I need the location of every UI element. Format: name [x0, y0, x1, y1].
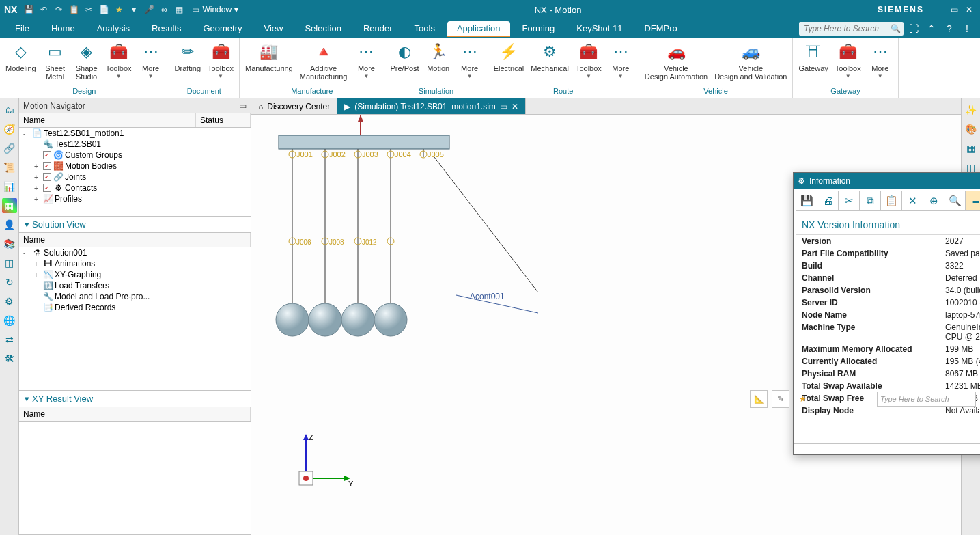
chart-icon[interactable]: 📊 [2, 179, 17, 194]
menu-results[interactable]: Results [142, 21, 191, 37]
delete-icon[interactable]: ✕ [901, 191, 923, 211]
ribbon-gateway[interactable]: ⛩Gateway [796, 40, 830, 74]
navigator-tree[interactable]: -📄Test12.SB01_motion1🔩Test12.SB01✓🌀Custo… [19, 128, 251, 217]
print-icon[interactable]: 🖨 [817, 191, 839, 211]
minimize-button[interactable]: — [932, 3, 946, 16]
ribbon-electrical[interactable]: ⚡Electrical [491, 40, 527, 74]
tree-item[interactable]: 🔩Test12.SB01 [19, 139, 251, 150]
floating-search[interactable]: Type Here to Search [877, 392, 976, 407]
palette-icon[interactable]: ▦ [2, 198, 17, 213]
info-titlebar[interactable]: ⚙ Information ? — ▭ ✕ [794, 173, 980, 189]
edit-icon[interactable]: ✎ [772, 390, 789, 408]
ribbon-drafting[interactable]: ✏Drafting [172, 40, 204, 74]
star-icon[interactable]: ★ [794, 390, 811, 408]
link-icon[interactable]: ∞ [158, 3, 170, 16]
tab-pin-icon[interactable]: ▭ [500, 102, 507, 111]
menu-selection[interactable]: Selection [295, 21, 350, 37]
col-name[interactable]: Name [19, 113, 196, 127]
close-button[interactable]: ✕ [962, 3, 976, 16]
navigator-icon[interactable]: 🗂 [2, 102, 17, 118]
gear-icon[interactable]: ⚙ [2, 294, 17, 309]
cut-icon[interactable]: ✂ [83, 3, 95, 16]
tree-item[interactable]: +✓🔗Joints [19, 172, 251, 182]
ribbon-vehicle-design-and-validation[interactable]: 🚙Vehicle Design and Validation [712, 40, 789, 82]
document-tab[interactable]: ▶(Simulation) Test12.SB01_motion1.sim▭✕ [337, 98, 526, 114]
view-triad[interactable]: Z Y [292, 430, 354, 494]
ribbon-sheet-metal[interactable]: ▭Sheet Metal [40, 40, 70, 82]
constraint-icon[interactable]: 🔗 [2, 141, 17, 156]
find-icon[interactable]: 🔍 [944, 191, 966, 211]
checkbox[interactable]: ✓ [43, 184, 51, 192]
expand-icon[interactable]: + [34, 163, 41, 170]
col-name[interactable]: Name [19, 233, 251, 247]
ribbon-motion[interactable]: 🏃Motion [423, 40, 453, 74]
cut-icon[interactable]: ✂ [838, 191, 860, 211]
menu-keyshot-11[interactable]: KeyShot 11 [567, 21, 632, 37]
ribbon-pre-post[interactable]: ◐Pre/Post [387, 40, 421, 74]
tab-close-icon[interactable]: ✕ [512, 102, 518, 111]
layout-icon[interactable]: ▦ [173, 3, 185, 16]
wand-icon[interactable]: ✨ [964, 102, 979, 118]
expand-icon[interactable]: + [34, 184, 41, 192]
expand-icon[interactable]: + [34, 260, 41, 268]
alert-icon[interactable]: ! [960, 23, 975, 34]
ribbon-more[interactable]: ⋯More▼ [455, 40, 485, 81]
expand-icon[interactable]: - [23, 249, 30, 257]
solution-tree[interactable]: -⚗Solution001+🎞Animations+📉XY-Graphing🔃L… [19, 247, 251, 391]
command-search[interactable]: 🔍 [799, 22, 904, 36]
ribbon-toolbox[interactable]: 🧰Toolbox▼ [103, 40, 135, 81]
checkbox[interactable]: ✓ [43, 151, 51, 159]
command-search-input[interactable] [802, 22, 891, 36]
swap-icon[interactable]: ⇄ [2, 332, 17, 347]
menu-file[interactable]: File [5, 21, 39, 37]
expand-icon[interactable]: + [34, 271, 41, 279]
globe-icon[interactable]: 🌐 [2, 313, 17, 328]
expand-icon[interactable]: - [23, 130, 30, 137]
checkbox[interactable]: ✓ [43, 162, 51, 170]
info-body[interactable]: NX Version Information — Version2027Part… [794, 212, 980, 443]
grid-icon[interactable]: ▦ [964, 141, 979, 156]
dropdown-icon[interactable]: ▾ [128, 3, 140, 16]
role-icon[interactable]: 👤 [2, 217, 17, 232]
save-icon[interactable]: 💾 [23, 3, 35, 16]
restore-button[interactable]: ▭ [947, 3, 961, 16]
layer-icon[interactable]: 📚 [2, 236, 17, 251]
menu-analysis[interactable]: Analysis [87, 21, 139, 37]
target-icon[interactable]: ⊕ [923, 191, 944, 211]
ribbon-toolbox[interactable]: 🧰Toolbox▼ [573, 40, 604, 81]
menu-forming[interactable]: Forming [513, 21, 565, 37]
info-horizontal-scrollbar[interactable] [794, 443, 980, 454]
ribbon-more[interactable]: ⋯More▼ [606, 40, 636, 81]
part-nav-icon[interactable]: 🧭 [2, 122, 17, 137]
tree-item[interactable]: 🔧Model and Load Pre-pro... [19, 291, 251, 302]
mic-icon[interactable]: 🎤 [143, 3, 155, 16]
copy-icon[interactable]: ⧉ [859, 191, 881, 211]
tree-item[interactable]: +🎞Animations [19, 258, 251, 269]
measure-icon[interactable]: 📐 [750, 390, 768, 408]
menu-tools[interactable]: Tools [405, 21, 445, 37]
star-icon[interactable]: ★ [113, 3, 125, 16]
undo-icon[interactable]: ↶ [38, 3, 50, 16]
saveas-icon[interactable]: 💾 [796, 191, 817, 211]
ribbon-toolbox[interactable]: 🧰Toolbox▼ [832, 40, 864, 81]
tree-item[interactable]: +📈Profiles [19, 193, 251, 204]
expand-icon[interactable]: + [34, 195, 41, 203]
cube-icon[interactable]: ◫ [2, 256, 17, 271]
expand-icon[interactable]: + [34, 174, 41, 181]
menu-geometry[interactable]: Geometry [193, 21, 251, 37]
xy-tree[interactable] [19, 422, 251, 535]
tree-item[interactable]: -📄Test12.SB01_motion1 [19, 128, 251, 139]
ribbon-modeling[interactable]: ◇Modeling [3, 40, 39, 74]
document-tab[interactable]: ⌂Discovery Center [251, 98, 337, 114]
pin-icon[interactable]: ▭ [239, 101, 247, 111]
ribbon-mechanical[interactable]: ⚙Mechanical [528, 40, 572, 74]
history-icon[interactable]: 📜 [2, 160, 17, 175]
ribbon-additive-manufacturing[interactable]: 🔺Additive Manufacturing [297, 40, 350, 82]
menu-application[interactable]: Application [447, 21, 510, 37]
tree-item[interactable]: ✓🌀Custom Groups [19, 150, 251, 161]
menu-dfmpro[interactable]: DFMPro [634, 21, 686, 37]
ribbon-more[interactable]: ⋯More▼ [865, 40, 895, 81]
tree-item[interactable]: +✓⚙Contacts [19, 182, 251, 193]
ribbon-manufacturing[interactable]: 🏭Manufacturing [242, 40, 296, 74]
copy-icon[interactable]: 📋 [68, 3, 80, 16]
